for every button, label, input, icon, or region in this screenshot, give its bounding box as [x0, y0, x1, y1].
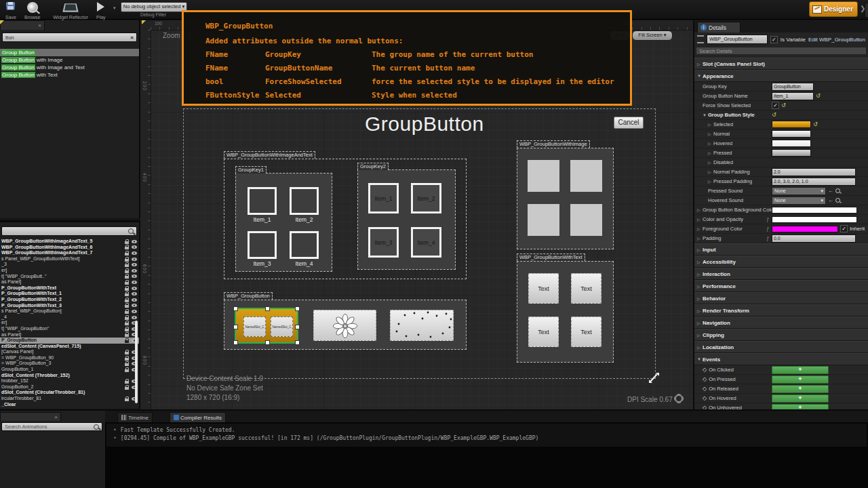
lock-icon[interactable] — [125, 264, 129, 267]
edit-widget-link[interactable]: Edit WBP_GroupButton — [808, 37, 865, 43]
property-dropdown[interactable]: None▾ — [772, 197, 826, 205]
visibility-eye-icon[interactable] — [132, 240, 137, 243]
resize-handle[interactable] — [233, 306, 238, 311]
text-button-3[interactable]: Text — [528, 317, 559, 347]
designer-mode-button[interactable]: Designer — [809, 1, 858, 17]
animations-search-input[interactable]: Search Animations — [1, 422, 102, 431]
groupkey2-label[interactable]: GroupKey2 — [357, 163, 389, 170]
visibility-eye-icon[interactable] — [132, 251, 137, 255]
graph-mode-button-edge[interactable] — [865, 3, 868, 18]
hierarchy-row[interactable]: as Panel] — [0, 332, 139, 338]
groupkey1-item3-button[interactable] — [248, 231, 277, 259]
expander-icon[interactable]: ▼ — [703, 113, 708, 117]
lock-icon[interactable] — [125, 323, 129, 325]
hierarchy-row[interactable]: = WBP_GroupButton_90 — [0, 355, 139, 361]
hierarchy-row[interactable]: P_GroupButtonWithText_2 — [0, 297, 139, 303]
lock-icon[interactable] — [125, 293, 129, 296]
expander-icon[interactable]: ▷ — [708, 141, 713, 146]
lock-icon[interactable] — [125, 352, 129, 354]
image-button-4[interactable] — [570, 204, 602, 236]
hierarchy-row[interactable]: [Canvas Panel] — [0, 349, 139, 355]
hierarchy-row[interactable]: WBP_GroupButtonWithImageAndText_7 — [0, 250, 139, 256]
browse-asset-icon[interactable] — [835, 188, 840, 193]
expander-icon[interactable]: ▷ — [697, 217, 703, 222]
palette-search-input[interactable]: tton × — [2, 33, 137, 42]
browse-button[interactable]: Browse — [23, 1, 41, 21]
palette-result-row[interactable]: Group Button with Image — [0, 56, 139, 64]
lock-icon[interactable] — [125, 329, 129, 331]
save-button[interactable]: Save — [4, 1, 18, 21]
groupkey1-item1-button[interactable] — [248, 187, 277, 215]
expander-icon[interactable]: ▷ — [697, 296, 703, 301]
expander-icon[interactable]: ▷ — [708, 150, 713, 155]
lock-icon[interactable] — [125, 399, 129, 401]
close-tab-icon[interactable]: × — [54, 414, 58, 420]
image-button-3[interactable] — [528, 204, 559, 236]
named-slot-1[interactable]: NamedSlot_C — [243, 317, 266, 337]
inherit-checkbox[interactable]: ✓ — [840, 225, 848, 232]
hierarchy-row[interactable]: P_GroupButtonWithText_1 — [0, 291, 139, 297]
groupkey2-item3-button[interactable]: Item_3 — [368, 227, 399, 258]
property-checkbox[interactable]: ✓ — [772, 102, 779, 109]
hierarchy-row[interactable]: s Panel_WBP_GroupButton] — [0, 308, 139, 314]
text-button-2[interactable]: Text — [571, 273, 601, 304]
lock-icon[interactable] — [125, 340, 129, 343]
groupkey1-label[interactable]: GroupKey1 — [235, 166, 267, 174]
hierarchy-row[interactable]: hrobber_152 — [0, 378, 139, 384]
expander-icon[interactable]: ▷ — [697, 321, 703, 325]
circular-throbber-group-button[interactable] — [390, 310, 454, 341]
expander-icon[interactable]: ▷ — [697, 284, 703, 289]
color-bar[interactable] — [772, 207, 857, 214]
visibility-eye-icon[interactable] — [132, 263, 137, 266]
lock-icon[interactable] — [125, 282, 129, 285]
lock-icon[interactable] — [125, 241, 129, 244]
hierarchy-row[interactable]: edSlot_Content (CanvasPanel_715) — [0, 344, 139, 350]
add-event-button[interactable]: + — [772, 394, 829, 403]
hierarchy-row[interactable]: ircularThrobber_81 — [0, 396, 139, 402]
property-input[interactable]: 2.0, 3.0, 2.0, 1.0 — [772, 178, 856, 186]
visibility-eye-icon[interactable] — [132, 245, 137, 249]
hierarchy-row[interactable]: P_GroupButtonWithText — [0, 285, 139, 291]
resize-handle[interactable] — [233, 325, 238, 329]
group-label-plain[interactable]: WBP_GroupButton — [224, 292, 273, 300]
hierarchy-scrollbar[interactable] — [135, 321, 138, 403]
lock-icon[interactable] — [125, 358, 129, 361]
palette-result-row[interactable]: Group Button with Image and Text — [0, 64, 139, 71]
hierarchy-search-input[interactable] — [1, 226, 137, 236]
property-input[interactable]: 0.0 — [772, 235, 856, 243]
hierarchy-row[interactable]: _Clear — [0, 402, 139, 407]
hierarchy-row[interactable]: WBP_GroupButtonWithImageAndText_6 — [0, 245, 139, 251]
hierarchy-row[interactable]: _4 — [0, 314, 139, 321]
add-event-button[interactable]: + — [772, 385, 829, 393]
resize-handle[interactable] — [295, 306, 300, 311]
named-slot-2[interactable]: NamedSlot_C — [271, 317, 293, 337]
group-label-with-image[interactable]: WBP_GroupButtonWithImage — [517, 140, 590, 148]
expander-icon[interactable]: ▷ — [708, 169, 713, 174]
resize-handle[interactable] — [233, 340, 238, 345]
add-event-button[interactable]: + — [772, 366, 829, 374]
lock-icon[interactable] — [125, 247, 129, 249]
groupkey2-item2-button[interactable]: Item_2 — [411, 183, 441, 214]
lock-icon[interactable] — [125, 381, 129, 384]
hierarchy-row[interactable]: GroupButton_2 — [0, 384, 139, 390]
visibility-eye-icon[interactable] — [132, 316, 137, 319]
visibility-eye-icon[interactable] — [132, 269, 137, 272]
hierarchy-row[interactable]: P_GroupButtonWithText_3 — [0, 303, 139, 309]
lock-icon[interactable] — [125, 334, 129, 337]
group-label-image-and-text[interactable]: WBP_GroupButtonWithImageAndText — [224, 151, 315, 159]
color-bar[interactable] — [772, 216, 857, 223]
style-color-swatch[interactable] — [772, 121, 811, 128]
play-options-caret[interactable]: ▾ — [113, 5, 116, 11]
property-input[interactable]: Item_1 — [772, 92, 814, 100]
reset-to-default-icon[interactable]: ↺ — [813, 121, 818, 127]
lock-icon[interactable] — [125, 288, 129, 291]
lock-icon[interactable] — [125, 369, 129, 372]
hierarchy-row[interactable]: er] — [0, 268, 139, 274]
use-selected-asset-icon[interactable]: ← — [828, 197, 833, 203]
resize-handle[interactable] — [295, 325, 300, 329]
expander-icon[interactable]: ▷ — [697, 260, 703, 264]
groupkey2-item4-button[interactable]: Item_4 — [411, 227, 441, 258]
expander-icon[interactable]: ▷ — [697, 207, 703, 212]
text-button-4[interactable]: Text — [571, 317, 601, 347]
resize-handle[interactable] — [295, 340, 300, 345]
